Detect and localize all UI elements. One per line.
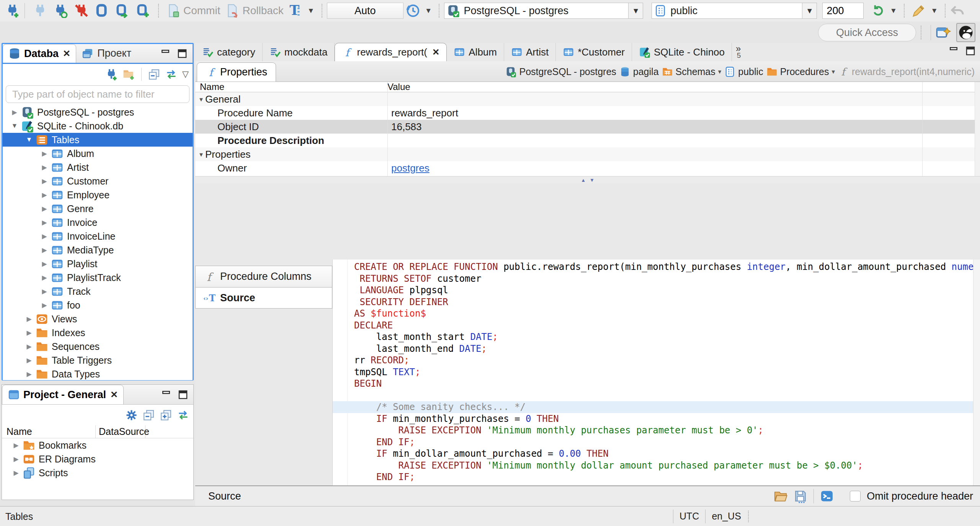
tab-overflow-button[interactable]: »5	[732, 43, 745, 61]
close-icon[interactable]: ✕	[432, 47, 439, 57]
timezone-label[interactable]: UTC	[679, 511, 699, 522]
code-line[interactable]: tmpSQL TEXT;	[354, 366, 973, 378]
object-filter-input[interactable]	[6, 85, 189, 103]
code-line[interactable]	[354, 390, 973, 402]
new-connection-icon[interactable]	[105, 68, 118, 81]
tree-item-indexes[interactable]: ▶Indexes	[3, 326, 193, 340]
tree-item-artist[interactable]: ▶Artist	[3, 160, 193, 174]
auto-refresh-button[interactable]: ▼	[871, 3, 897, 18]
expand-all-icon[interactable]	[160, 409, 172, 421]
chevron-down-icon[interactable]: ▼	[628, 3, 643, 18]
disconnect-icon[interactable]	[74, 3, 88, 18]
editor-tab-album[interactable]: Album	[447, 43, 504, 61]
scrollbar[interactable]	[973, 260, 980, 485]
locale-label[interactable]: en_US	[712, 511, 741, 522]
section-tab-procedure-columns[interactable]: fProcedure Columns	[195, 266, 332, 287]
collapsed-arrow-icon[interactable]: ▶	[23, 370, 36, 378]
tree-item-views[interactable]: ▶Views	[3, 312, 193, 326]
dbeaver-perspective-button[interactable]	[956, 23, 975, 42]
close-icon[interactable]: ✕	[110, 389, 118, 400]
expanded-arrow-icon[interactable]: ▼	[8, 122, 21, 130]
tree-item-genre[interactable]: ▶Genre	[3, 202, 193, 216]
connection-combo[interactable]: PostgreSQL - postgres ▼	[444, 3, 643, 19]
source-editor[interactable]: CREATE OR REPLACE FUNCTION public.reward…	[332, 260, 980, 485]
scrollbar[interactable]	[975, 82, 980, 176]
editor-tab-rewards-report-[interactable]: frewards_report(✕	[335, 43, 447, 61]
code-line[interactable]: END IF;	[354, 436, 973, 448]
commit-mode-button[interactable]: Auto	[327, 3, 403, 19]
breadcrumb-item-pagila[interactable]: pagila	[619, 66, 659, 77]
collapsed-arrow-icon[interactable]: ▶	[38, 274, 51, 282]
editor-tab--customer[interactable]: *Customer	[556, 43, 632, 61]
gear-icon[interactable]	[125, 409, 138, 421]
win-max-icon[interactable]	[965, 45, 976, 57]
code-line[interactable]: BEGIN	[354, 378, 973, 390]
save-to-file-icon[interactable]	[794, 489, 807, 503]
breadcrumb-item-public[interactable]: public	[724, 66, 763, 77]
tree-item-table-triggers[interactable]: ▶Table Triggers	[3, 353, 193, 367]
code-line[interactable]: DECLARE	[354, 320, 973, 332]
code-line[interactable]: last_month_start DATE;	[354, 331, 973, 343]
breadcrumb-item-postgresql-postgres[interactable]: PostgreSQL - postgres	[505, 66, 616, 77]
tree-item-data-types[interactable]: ▶Data Types	[3, 367, 193, 380]
collapsed-arrow-icon[interactable]: ▶	[23, 356, 36, 364]
collapsed-arrow-icon[interactable]: ▶	[23, 329, 36, 337]
tree-item-foo[interactable]: ▶foo	[3, 298, 193, 312]
code-line[interactable]: IF min_monthly_purchases = 0 THEN	[354, 413, 973, 425]
new-sql-editor-icon[interactable]	[136, 3, 150, 18]
omit-procedure-header-checkbox[interactable]	[850, 491, 861, 501]
collapsed-arrow-icon[interactable]: ▶	[38, 301, 51, 309]
expanded-arrow-icon[interactable]: ▼	[23, 136, 36, 144]
column-value[interactable]: Value	[387, 82, 410, 92]
load-from-file-icon[interactable]	[774, 489, 787, 503]
code-line[interactable]: RETURNS SETOF customer	[354, 273, 973, 285]
property-row-owner[interactable]: Ownerpostgres	[195, 161, 980, 175]
code-line[interactable]: RAISE EXCEPTION 'Minimum monthly dollar …	[354, 460, 973, 472]
commit-button[interactable]: Commit	[166, 3, 220, 18]
editor-tab-mockdata[interactable]: mockdata	[263, 43, 335, 61]
editor-tab-artist[interactable]: Artist	[504, 43, 556, 61]
expanded-arrow-icon[interactable]: ▼	[195, 151, 205, 158]
breadcrumb-item-procedures[interactable]: Procedures▾	[766, 66, 835, 77]
maximize-icon[interactable]	[176, 48, 188, 59]
collapse-all-icon[interactable]	[148, 68, 160, 81]
tree-item-invoiceline[interactable]: ▶InvoiceLine	[3, 229, 193, 243]
connect-icon[interactable]	[33, 3, 47, 18]
project-item-er-diagrams[interactable]: ▶ER Diagrams	[2, 452, 193, 466]
maximize-icon[interactable]	[177, 389, 189, 400]
collapsed-arrow-icon[interactable]: ▶	[23, 343, 36, 351]
tree-item-employee[interactable]: ▶Employee	[3, 188, 193, 202]
breadcrumb-item-rewards-report-int4-numeric-[interactable]: frewards_report(int4,numeric)	[838, 66, 975, 77]
section-tab-source[interactable]: ‹›TSource	[195, 287, 332, 309]
collapsed-arrow-icon[interactable]: ▶	[38, 219, 51, 227]
new-folder-icon[interactable]	[122, 68, 135, 81]
tab-projects[interactable]: Проект	[76, 44, 137, 63]
sql-editor-icon[interactable]	[95, 3, 109, 18]
tree-item-postgresql-postgres[interactable]: ▶PostgreSQL - postgres	[3, 105, 193, 119]
column-name[interactable]: Name	[195, 82, 387, 92]
tree-item-playlist[interactable]: ▶Playlist	[3, 257, 193, 271]
minimize-icon[interactable]	[160, 389, 172, 400]
transaction-log-button[interactable]: ▼	[406, 3, 432, 18]
reconnect-icon[interactable]	[53, 3, 68, 18]
collapsed-arrow-icon[interactable]: ▶	[38, 246, 51, 254]
code-line[interactable]: AS $function$	[354, 308, 973, 320]
fetch-size-input[interactable]	[823, 5, 863, 17]
project-item-scripts[interactable]: ▶Scripts	[2, 466, 193, 480]
collapsed-arrow-icon[interactable]: ▶	[8, 108, 21, 116]
chevron-down-icon[interactable]: ▼	[802, 3, 817, 18]
property-row-procedure-name[interactable]: Procedure Namerewards_report	[195, 106, 980, 120]
splitter-handle[interactable]: ▲▼	[195, 176, 980, 183]
tree-item-album[interactable]: ▶Album	[3, 147, 193, 160]
highlight-button[interactable]: ▼	[911, 3, 938, 18]
collapsed-arrow-icon[interactable]: ▶	[38, 150, 51, 158]
tab-project-general[interactable]: Project - General ✕	[2, 385, 124, 404]
property-row-object-id[interactable]: Object ID16,583	[195, 120, 980, 134]
transaction-mode-button[interactable]: T ▼	[288, 3, 315, 18]
code-line[interactable]: rr RECORD;	[354, 354, 973, 366]
owner-link[interactable]: postgres	[391, 162, 430, 174]
code-line[interactable]: IF min_dollar_amount_purchased = 0.00 TH…	[354, 448, 973, 460]
code-line[interactable]: RAISE EXCEPTION 'Minimum monthly purchas…	[354, 425, 973, 436]
column-datasource[interactable]: DataSource	[96, 425, 145, 438]
breadcrumb-item-schemas[interactable]: Schemas▾	[662, 66, 722, 77]
